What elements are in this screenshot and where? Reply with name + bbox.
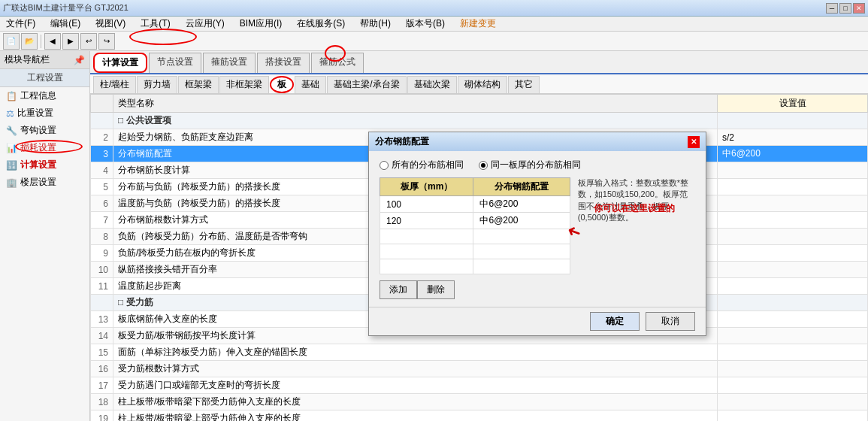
row-value[interactable]: [718, 328, 868, 344]
menu-help[interactable]: 帮助(H): [357, 17, 394, 31]
menu-online[interactable]: 在线服务(S): [294, 17, 348, 31]
sidebar-item-ratio[interactable]: ⚖ 比重设置: [0, 104, 89, 122]
tab-col-wall[interactable]: 柱/墙柱: [93, 76, 136, 93]
menu-bim[interactable]: BIM应用(I): [237, 17, 286, 31]
annotation-text: 你可以在这里设置的: [594, 201, 675, 215]
menu-file[interactable]: 文件(F): [3, 17, 38, 31]
row-num: 5: [91, 179, 113, 195]
tab-other[interactable]: 其它: [508, 76, 540, 93]
radio-all-same[interactable]: 所有的分布筋相同: [380, 159, 464, 171]
maximize-button[interactable]: □: [839, 3, 851, 14]
thickness-value-1[interactable]: 100: [380, 196, 473, 213]
thickness-value-2[interactable]: 120: [380, 213, 473, 229]
sidebar-item-loss[interactable]: 📊 损耗设置: [0, 139, 89, 156]
row-value[interactable]: [718, 410, 868, 422]
row-value[interactable]: [718, 212, 868, 229]
tab-overlap-settings[interactable]: 搭接设置: [257, 53, 310, 73]
row-label: 受力筋遇门口或端部无支座时的弯折长度: [113, 377, 718, 394]
menu-edit[interactable]: 编辑(E): [47, 17, 83, 31]
modal-title-text: 分布钢筋配置: [375, 135, 429, 148]
add-button[interactable]: 添加: [380, 280, 417, 299]
row-num: 6: [91, 195, 113, 212]
tb-back[interactable]: ◀: [44, 33, 61, 50]
tb-undo[interactable]: ↩: [80, 33, 97, 50]
row-value[interactable]: s/2: [718, 129, 868, 146]
modal-close-button[interactable]: ✕: [688, 136, 700, 148]
sidebar-item-label-info: 工程信息: [20, 89, 56, 102]
tab-non-frame-beam[interactable]: 非框架梁: [219, 76, 269, 93]
tab-masonry[interactable]: 砌体结构: [458, 76, 507, 93]
row-value[interactable]: [718, 377, 868, 394]
tab-stirrup-settings[interactable]: 箍筋设置: [203, 53, 256, 73]
ok-button[interactable]: 确定: [590, 312, 640, 331]
modal-action-row: 添加 删除: [380, 280, 695, 299]
row-num: 19: [91, 410, 113, 422]
calc-icon: 🔢: [6, 160, 17, 171]
modal-title-bar: 分布钢筋配置 ✕: [369, 132, 706, 151]
sidebar-item-label-calc: 计算设置: [20, 159, 56, 171]
row-value[interactable]: [718, 394, 868, 410]
toolbar: 📄 📂 ◀ ▶ ↩ ↪: [0, 32, 868, 51]
row-num: 11: [91, 278, 113, 295]
sidebar-item-calc[interactable]: 🔢 计算设置: [0, 156, 89, 174]
menu-cloud[interactable]: 云应用(Y): [183, 17, 228, 31]
col-value-header: 设置值: [718, 95, 868, 113]
tab-foundation-sec-beam[interactable]: 基础次梁: [407, 76, 457, 93]
tab-calc-settings[interactable]: 计算设置: [93, 53, 147, 73]
config-value-1[interactable]: 中6@200: [473, 196, 570, 213]
ratio-icon: ⚖: [6, 108, 14, 119]
tb-open[interactable]: 📂: [21, 33, 38, 50]
note-text: 板厚输入格式：整数或整数*整数，如150或150,200。板厚范围不允许计量重叠…: [578, 177, 695, 274]
table-row-empty-3: [380, 259, 570, 274]
secondary-tab-bar: 柱/墙柱 剪力墙 框架梁 非框架梁 板 基础 基础主梁/承台梁 基础次梁 砌体结…: [90, 74, 868, 94]
window-controls: ─ □ ✕: [826, 3, 865, 14]
radio-same-thickness-label: 同一板厚的分布筋相同: [491, 159, 581, 171]
tb-new[interactable]: 📄: [3, 33, 20, 50]
row-num: 7: [91, 212, 113, 229]
tab-shear-wall[interactable]: 剪力墙: [137, 76, 177, 93]
row-value[interactable]: [718, 179, 868, 195]
col-thickness-header: 板厚（mm）: [380, 178, 473, 196]
row-label: 柱上板带/板带暗梁上部受力筋伸入支座的长度: [113, 410, 718, 422]
row-value[interactable]: [718, 344, 868, 361]
table-row: 120 中6@200: [380, 213, 570, 229]
tab-foundation[interactable]: 基础: [295, 76, 326, 93]
table-row: □ 公共设置项: [91, 113, 868, 129]
tab-foundation-main-beam[interactable]: 基础主梁/承台梁: [327, 76, 406, 93]
menu-version[interactable]: 版本号(B): [403, 17, 448, 31]
row-value[interactable]: [718, 245, 868, 262]
close-window-button[interactable]: ✕: [853, 3, 865, 14]
delete-button[interactable]: 删除: [417, 280, 455, 299]
config-value-2[interactable]: 中6@200: [473, 213, 570, 229]
row-label: 受力筋根数计算方式: [113, 361, 718, 377]
row-value[interactable]: [718, 229, 868, 245]
sidebar-pin-icon[interactable]: 📌: [74, 55, 85, 65]
tab-frame-beam[interactable]: 框架梁: [178, 76, 219, 93]
loss-icon: 📊: [6, 143, 17, 153]
radio-same-thickness-indicator: [479, 161, 488, 170]
radio-same-thickness[interactable]: 同一板厚的分布筋相同: [479, 159, 581, 171]
sidebar-item-project-info[interactable]: 📋 工程信息: [0, 87, 89, 104]
menu-view[interactable]: 视图(V): [92, 17, 129, 31]
tab-slab[interactable]: 板: [270, 76, 294, 93]
cancel-button[interactable]: 取消: [646, 312, 695, 331]
sidebar-item-hook[interactable]: 🔧 弯钩设置: [0, 122, 89, 139]
row-value[interactable]: 中6@200: [718, 146, 868, 162]
tab-node-settings[interactable]: 节点设置: [149, 53, 201, 73]
sidebar-item-floor[interactable]: 🏢 楼层设置: [0, 174, 89, 191]
row-num: 3: [91, 146, 113, 162]
minimize-button[interactable]: ─: [826, 3, 838, 14]
row-value[interactable]: [718, 262, 868, 278]
tb-forward[interactable]: ▶: [62, 33, 79, 50]
tb-redo[interactable]: ↪: [98, 33, 115, 50]
menu-newchange[interactable]: 新建变更: [457, 17, 499, 31]
row-value[interactable]: [718, 361, 868, 377]
row-value[interactable]: [718, 311, 868, 328]
row-value[interactable]: [718, 278, 868, 295]
menu-tools[interactable]: 工具(T): [138, 17, 173, 31]
row-num: 17: [91, 377, 113, 394]
row-value[interactable]: [718, 162, 868, 179]
row-value[interactable]: [718, 195, 868, 212]
radio-all-same-indicator: [380, 161, 389, 170]
tab-stirrup-formula[interactable]: 箍筋公式: [311, 53, 364, 73]
